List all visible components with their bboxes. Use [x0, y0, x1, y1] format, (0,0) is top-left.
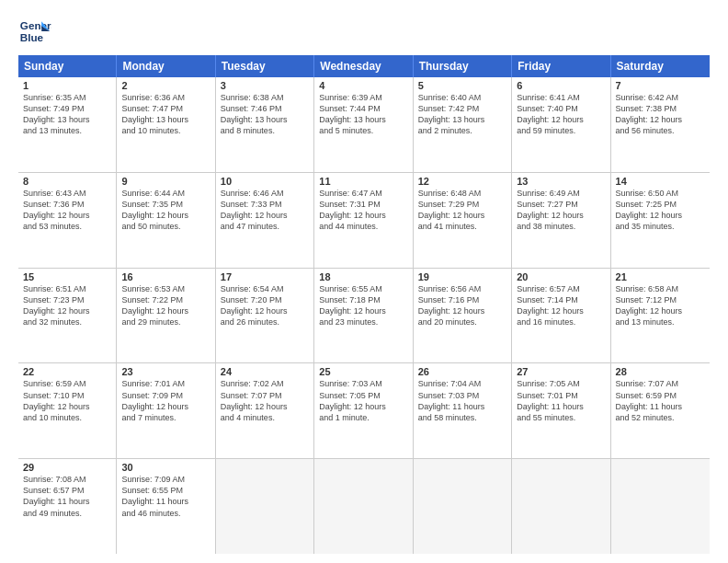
cal-cell-day-4: 4Sunrise: 6:39 AMSunset: 7:44 PMDaylight…	[314, 77, 413, 172]
day-number-14: 14	[616, 176, 705, 187]
logo-icon: General Blue	[18, 15, 51, 48]
cal-cell-day-10: 10Sunrise: 6:46 AMSunset: 7:33 PMDayligh…	[216, 173, 314, 268]
day-info-9: Sunrise: 6:44 AMSunset: 7:35 PMDaylight:…	[121, 188, 210, 233]
header-friday: Friday	[512, 55, 610, 77]
day-number-16: 16	[121, 271, 210, 282]
day-number-22: 22	[23, 366, 111, 377]
cal-cell-day-15: 15Sunrise: 6:51 AMSunset: 7:23 PMDayligh…	[18, 269, 117, 363]
svg-text:Blue: Blue	[20, 31, 44, 43]
day-info-11: Sunrise: 6:47 AMSunset: 7:31 PMDaylight:…	[319, 188, 407, 233]
day-info-30: Sunrise: 7:09 AMSunset: 6:55 PMDaylight:…	[121, 474, 210, 519]
logo: General Blue	[18, 15, 51, 48]
day-info-15: Sunrise: 6:51 AMSunset: 7:23 PMDaylight:…	[23, 283, 111, 328]
day-info-19: Sunrise: 6:56 AMSunset: 7:16 PMDaylight:…	[418, 283, 506, 328]
day-info-12: Sunrise: 6:48 AMSunset: 7:29 PMDaylight:…	[418, 188, 506, 233]
day-number-7: 7	[616, 80, 705, 91]
header-sunday: Sunday	[18, 55, 117, 77]
day-number-15: 15	[23, 271, 111, 282]
cal-cell-empty	[611, 459, 710, 554]
day-number-25: 25	[319, 366, 407, 377]
day-info-25: Sunrise: 7:03 AMSunset: 7:05 PMDaylight:…	[319, 378, 407, 423]
cal-cell-day-22: 22Sunrise: 6:59 AMSunset: 7:10 PMDayligh…	[18, 363, 117, 458]
day-info-21: Sunrise: 6:58 AMSunset: 7:12 PMDaylight:…	[616, 283, 705, 328]
day-info-18: Sunrise: 6:55 AMSunset: 7:18 PMDaylight:…	[319, 283, 407, 328]
cal-cell-day-25: 25Sunrise: 7:03 AMSunset: 7:05 PMDayligh…	[314, 363, 413, 458]
cal-cell-day-12: 12Sunrise: 6:48 AMSunset: 7:29 PMDayligh…	[414, 173, 512, 268]
day-number-30: 30	[121, 462, 210, 473]
day-info-28: Sunrise: 7:07 AMSunset: 6:59 PMDaylight:…	[616, 378, 705, 423]
cal-cell-day-27: 27Sunrise: 7:05 AMSunset: 7:01 PMDayligh…	[512, 363, 610, 458]
day-number-19: 19	[418, 271, 506, 282]
cal-cell-empty	[216, 459, 314, 554]
day-info-16: Sunrise: 6:53 AMSunset: 7:22 PMDaylight:…	[121, 283, 210, 328]
cal-cell-day-28: 28Sunrise: 7:07 AMSunset: 6:59 PMDayligh…	[611, 363, 710, 458]
day-number-28: 28	[616, 366, 705, 377]
day-info-14: Sunrise: 6:50 AMSunset: 7:25 PMDaylight:…	[616, 188, 705, 233]
cal-cell-empty	[512, 459, 610, 554]
calendar-body: 1Sunrise: 6:35 AMSunset: 7:49 PMDaylight…	[18, 77, 710, 554]
day-info-22: Sunrise: 6:59 AMSunset: 7:10 PMDaylight:…	[23, 378, 111, 423]
cal-cell-day-8: 8Sunrise: 6:43 AMSunset: 7:36 PMDaylight…	[18, 173, 117, 268]
cal-cell-day-6: 6Sunrise: 6:41 AMSunset: 7:40 PMDaylight…	[512, 77, 610, 172]
header-wednesday: Wednesday	[314, 55, 413, 77]
cal-cell-day-17: 17Sunrise: 6:54 AMSunset: 7:20 PMDayligh…	[216, 269, 314, 363]
day-info-23: Sunrise: 7:01 AMSunset: 7:09 PMDaylight:…	[121, 378, 210, 423]
header-saturday: Saturday	[611, 55, 710, 77]
calendar-header: Sunday Monday Tuesday Wednesday Thursday…	[18, 55, 710, 77]
day-info-20: Sunrise: 6:57 AMSunset: 7:14 PMDaylight:…	[517, 283, 605, 328]
week-row-3: 15Sunrise: 6:51 AMSunset: 7:23 PMDayligh…	[18, 269, 710, 364]
cal-cell-day-21: 21Sunrise: 6:58 AMSunset: 7:12 PMDayligh…	[611, 269, 710, 363]
day-info-7: Sunrise: 6:42 AMSunset: 7:38 PMDaylight:…	[616, 92, 705, 137]
day-number-5: 5	[418, 80, 506, 91]
cal-cell-day-16: 16Sunrise: 6:53 AMSunset: 7:22 PMDayligh…	[117, 269, 215, 363]
day-number-21: 21	[616, 271, 705, 282]
day-number-2: 2	[121, 80, 210, 91]
day-number-1: 1	[23, 80, 111, 91]
page: General Blue Sunday Monday Tuesday Wedne…	[0, 0, 728, 563]
cal-cell-day-18: 18Sunrise: 6:55 AMSunset: 7:18 PMDayligh…	[314, 269, 413, 363]
day-number-24: 24	[221, 366, 309, 377]
cal-cell-day-19: 19Sunrise: 6:56 AMSunset: 7:16 PMDayligh…	[414, 269, 512, 363]
day-info-5: Sunrise: 6:40 AMSunset: 7:42 PMDaylight:…	[418, 92, 506, 137]
day-number-26: 26	[418, 366, 506, 377]
day-number-29: 29	[23, 462, 111, 473]
day-number-9: 9	[121, 176, 210, 187]
cal-cell-day-23: 23Sunrise: 7:01 AMSunset: 7:09 PMDayligh…	[117, 363, 215, 458]
day-number-11: 11	[319, 176, 407, 187]
cal-cell-day-14: 14Sunrise: 6:50 AMSunset: 7:25 PMDayligh…	[611, 173, 710, 268]
day-number-17: 17	[221, 271, 309, 282]
day-number-8: 8	[23, 176, 111, 187]
day-number-27: 27	[517, 366, 605, 377]
day-number-4: 4	[319, 80, 407, 91]
day-number-10: 10	[221, 176, 309, 187]
day-info-10: Sunrise: 6:46 AMSunset: 7:33 PMDaylight:…	[221, 188, 309, 233]
day-info-26: Sunrise: 7:04 AMSunset: 7:03 PMDaylight:…	[418, 378, 506, 423]
cal-cell-day-30: 30Sunrise: 7:09 AMSunset: 6:55 PMDayligh…	[117, 459, 215, 554]
day-info-24: Sunrise: 7:02 AMSunset: 7:07 PMDaylight:…	[221, 378, 309, 423]
day-info-2: Sunrise: 6:36 AMSunset: 7:47 PMDaylight:…	[121, 92, 210, 137]
cal-cell-day-20: 20Sunrise: 6:57 AMSunset: 7:14 PMDayligh…	[512, 269, 610, 363]
cal-cell-day-7: 7Sunrise: 6:42 AMSunset: 7:38 PMDaylight…	[611, 77, 710, 172]
day-info-27: Sunrise: 7:05 AMSunset: 7:01 PMDaylight:…	[517, 378, 605, 423]
day-info-29: Sunrise: 7:08 AMSunset: 6:57 PMDaylight:…	[23, 474, 111, 519]
cal-cell-day-5: 5Sunrise: 6:40 AMSunset: 7:42 PMDaylight…	[414, 77, 512, 172]
cal-cell-empty	[314, 459, 413, 554]
day-number-20: 20	[517, 271, 605, 282]
day-number-18: 18	[319, 271, 407, 282]
cal-cell-day-29: 29Sunrise: 7:08 AMSunset: 6:57 PMDayligh…	[18, 459, 117, 554]
day-number-12: 12	[418, 176, 506, 187]
day-info-17: Sunrise: 6:54 AMSunset: 7:20 PMDaylight:…	[221, 283, 309, 328]
cal-cell-day-24: 24Sunrise: 7:02 AMSunset: 7:07 PMDayligh…	[216, 363, 314, 458]
cal-cell-day-9: 9Sunrise: 6:44 AMSunset: 7:35 PMDaylight…	[117, 173, 215, 268]
week-row-2: 8Sunrise: 6:43 AMSunset: 7:36 PMDaylight…	[18, 173, 710, 269]
header-monday: Monday	[117, 55, 215, 77]
cal-cell-day-13: 13Sunrise: 6:49 AMSunset: 7:27 PMDayligh…	[512, 173, 610, 268]
day-info-8: Sunrise: 6:43 AMSunset: 7:36 PMDaylight:…	[23, 188, 111, 233]
week-row-5: 29Sunrise: 7:08 AMSunset: 6:57 PMDayligh…	[18, 459, 710, 554]
day-info-3: Sunrise: 6:38 AMSunset: 7:46 PMDaylight:…	[221, 92, 309, 137]
cal-cell-day-11: 11Sunrise: 6:47 AMSunset: 7:31 PMDayligh…	[314, 173, 413, 268]
header: General Blue	[18, 15, 710, 48]
day-info-4: Sunrise: 6:39 AMSunset: 7:44 PMDaylight:…	[319, 92, 407, 137]
cal-cell-day-2: 2Sunrise: 6:36 AMSunset: 7:47 PMDaylight…	[117, 77, 215, 172]
calendar: Sunday Monday Tuesday Wednesday Thursday…	[18, 55, 710, 554]
